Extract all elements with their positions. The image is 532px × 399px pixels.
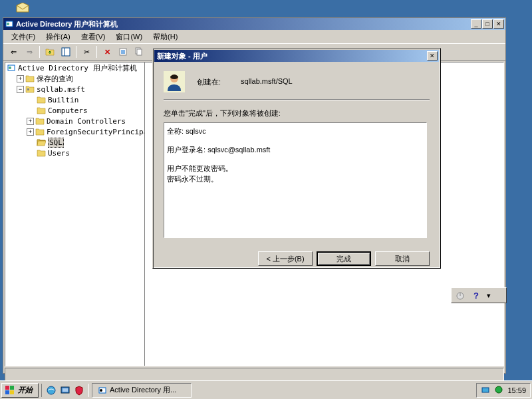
svg-point-11 [9, 66, 11, 69]
folder-icon [37, 95, 46, 104]
tray-clock[interactable]: 15:59 [507, 386, 526, 394]
menu-action[interactable]: 操作(A) [41, 31, 76, 43]
mouse-icon[interactable] [453, 289, 467, 302]
svg-rect-17 [5, 386, 9, 390]
tree-saved-queries[interactable]: 保存的查询 [37, 74, 73, 84]
task-label: Active Directory 用... [110, 385, 176, 395]
close-button[interactable]: ✕ [493, 19, 504, 29]
svg-rect-2 [62, 48, 70, 56]
properties-button[interactable] [116, 45, 130, 59]
svg-point-25 [100, 389, 102, 392]
svg-point-1 [7, 23, 9, 25]
cut-button[interactable]: ✂ [79, 45, 94, 59]
tray-icon-1[interactable] [481, 385, 490, 396]
tray-icon-2[interactable] [494, 385, 503, 396]
taskbar-task[interactable]: Active Directory 用... [92, 383, 192, 398]
tree-pane[interactable]: Active Directory 用户和计算机 +保存的查询 −sqllab.m… [5, 63, 145, 366]
taskbar: 开始 Active Directory 用... 15:59 [0, 380, 532, 399]
tree-node-users[interactable]: Users [48, 149, 70, 158]
tree-toggle-domain[interactable]: − [17, 86, 24, 93]
folder-icon [25, 74, 35, 83]
svg-point-27 [495, 386, 502, 393]
ql-ie-icon[interactable] [45, 384, 58, 397]
fullname-label: 全称: [167, 127, 184, 135]
folder-icon [37, 148, 46, 158]
menu-window[interactable]: 窗口(W) [110, 31, 148, 43]
folder-icon [35, 116, 45, 126]
task-icon [98, 386, 107, 395]
windows-flag-icon [5, 385, 15, 396]
logon-value: sqlsvc@sqllab.msft [207, 146, 270, 154]
cancel-button[interactable]: 取消 [375, 251, 430, 266]
app-icon [5, 19, 14, 29]
menu-help[interactable]: 帮助(H) [148, 31, 183, 43]
svg-rect-26 [482, 388, 489, 392]
dialog-title: 新建对象 - 用户 [156, 51, 427, 61]
maximize-button[interactable]: □ [482, 19, 493, 29]
created-in-label: 创建在: [197, 77, 221, 87]
svg-rect-20 [10, 390, 14, 394]
tree-domain[interactable]: sqllab.msft [37, 85, 85, 94]
minimize-button[interactable]: _ [471, 19, 481, 29]
dialog-close-button[interactable]: ✕ [427, 51, 438, 61]
folder-icon [37, 106, 46, 115]
cannot-change-pw: 用户不能更改密码。 [167, 163, 424, 174]
mini-toolbar: ? ▾ [451, 287, 507, 303]
svg-rect-19 [5, 390, 9, 394]
menu-view[interactable]: 查看(V) [76, 31, 111, 43]
refresh-button[interactable] [132, 45, 146, 59]
folder-open-icon [37, 138, 46, 147]
svg-rect-12 [27, 88, 29, 90]
tree-toggle-fsp[interactable]: + [27, 128, 34, 136]
tree-node-sql[interactable]: SQL [48, 138, 64, 148]
pw-never-expires: 密码永不过期。 [167, 174, 424, 184]
svg-rect-18 [10, 386, 14, 390]
system-tray: 15:59 [476, 383, 531, 398]
main-titlebar: Active Directory 用户和计算机 _ □ ✕ [3, 18, 505, 30]
finish-button[interactable]: 完成 [317, 251, 371, 266]
tree-node-dc[interactable]: Domain Controllers [47, 117, 126, 126]
user-avatar-icon [164, 71, 185, 92]
tree-node-fsp[interactable]: ForeignSecurityPrincipals [47, 128, 145, 136]
folder-icon [35, 127, 45, 136]
desktop-mail-icon[interactable] [16, 3, 29, 13]
delete-button[interactable]: ✕ [100, 45, 114, 59]
ql-security-icon[interactable] [72, 384, 86, 397]
svg-rect-23 [63, 388, 68, 392]
dialog-titlebar: 新建对象 - 用户 ✕ [154, 50, 439, 62]
quick-launch [41, 384, 89, 397]
created-in-value: sqllab.msft/SQL [241, 77, 293, 87]
main-title: Active Directory 用户和计算机 [16, 19, 471, 29]
fullname-value: sqlsvc [186, 127, 206, 135]
tree-toggle-dc[interactable]: + [27, 118, 34, 125]
start-button[interactable]: 开始 [1, 383, 39, 398]
menu-file[interactable]: 文件(F) [6, 31, 41, 43]
show-tree-button[interactable] [59, 45, 73, 59]
dialog-instruction: 您单击"完成"后，下列对象将被创建: [164, 108, 430, 118]
svg-rect-9 [137, 49, 142, 55]
menubar: 文件(F) 操作(A) 查看(V) 窗口(W) 帮助(H) [3, 30, 505, 43]
help-icon[interactable]: ? [469, 289, 483, 302]
up-button[interactable] [43, 45, 57, 59]
ql-desktop-icon[interactable] [59, 384, 72, 397]
domain-icon [25, 84, 35, 94]
tree-root[interactable]: Active Directory 用户和计算机 [18, 63, 137, 73]
logon-label: 用户登录名: [167, 146, 205, 154]
statusbar [5, 368, 504, 381]
back-button[interactable]: < 上一步(B) [258, 251, 313, 266]
forward-button[interactable]: ⇒ [22, 45, 37, 59]
tree-root-icon [7, 63, 16, 72]
new-object-dialog: 新建对象 - 用户 ✕ 创建在: sqllab.msft/SQL 您单击"完成"… [152, 48, 441, 269]
details-box[interactable]: 全称: sqlsvc 用户登录名: sqlsvc@sqllab.msft 用户不… [164, 122, 427, 238]
tree-node-computers[interactable]: Computers [48, 106, 88, 115]
dropdown-icon[interactable]: ▾ [485, 289, 493, 302]
back-button[interactable]: ⇐ [6, 45, 21, 59]
start-label: 开始 [18, 385, 33, 395]
tree-toggle-queries[interactable]: + [17, 75, 24, 82]
tree-node-builtin[interactable]: Builtin [48, 96, 78, 104]
